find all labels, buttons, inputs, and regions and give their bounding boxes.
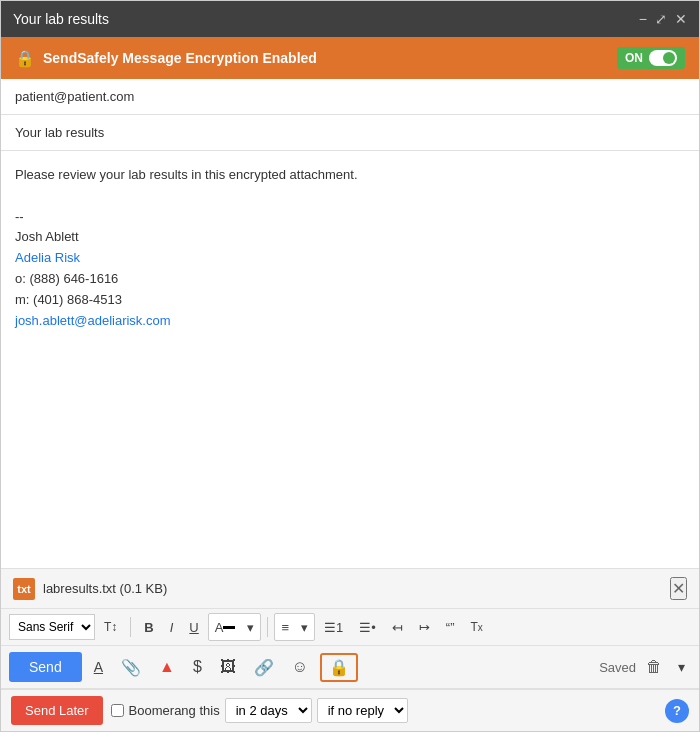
font-family-select[interactable]: Sans Serif [9,614,95,640]
bold-button[interactable]: B [137,614,160,640]
indent-increase-button[interactable]: ↦ [412,614,437,640]
color-indicator [223,626,235,629]
boomerang-section: Boomerang this in 2 days if no reply [111,698,408,723]
email-link[interactable]: josh.ablett@adeliarisk.com [15,313,171,328]
toggle-slider [649,50,677,66]
email-body[interactable]: Please review your lab results in this e… [1,151,699,568]
boomerang-label: Boomerang this [129,703,220,718]
attachment-bar: txt labresults.txt (0.1 KB) ✕ [1,568,699,609]
signature-sep: -- [15,207,685,228]
chevron-down-icon: ▾ [678,659,685,675]
toolbar-divider-1 [130,617,131,637]
sender-office: o: (888) 646-1616 [15,269,685,290]
to-field[interactable]: patient@patient.com [1,79,699,115]
help-button[interactable]: ? [665,699,689,723]
google-drive-button[interactable]: ▲ [153,654,181,680]
secure-lock-icon: 🔒 [329,658,349,677]
saved-label: Saved [599,660,636,675]
subject-field[interactable]: Your lab results [1,115,699,151]
photo-icon: 🖼 [220,658,236,676]
insert-emoji-button[interactable]: ☺ [286,654,314,680]
underline-button[interactable]: U [182,614,205,640]
attachment-type-icon: txt [13,578,35,600]
sendsafely-label: SendSafely Message Encryption Enabled [43,50,317,66]
sender-name: Josh Ablett [15,227,685,248]
align-dropdown[interactable]: ▾ [295,614,314,640]
align-group: ≡ ▾ [274,613,315,641]
ordered-list-button[interactable]: ☰1 [317,614,350,640]
italic-button[interactable]: I [163,614,181,640]
bottom-bar: Send Later Boomerang this in 2 days if n… [1,689,699,731]
sender-mobile: m: (401) 868-4513 [15,290,685,311]
emoji-icon: ☺ [292,658,308,676]
lock-icon: 🔒 [15,49,35,68]
insert-photo-button[interactable]: 🖼 [214,654,242,680]
font-color-icon: A [215,620,224,635]
font-color-group: A ▾ [208,613,262,641]
title-bar: Your lab results − ⤢ ✕ [1,1,699,37]
attachment-info: txt labresults.txt (0.1 KB) [13,578,167,600]
insert-link-button[interactable]: 🔗 [248,654,280,681]
drive-icon: ▲ [159,658,175,676]
to-value: patient@patient.com [15,89,134,104]
action-toolbar: Send A 📎 ▲ $ 🖼 🔗 ☺ 🔒 Saved 🗑 ▾ [1,646,699,689]
unordered-list-button[interactable]: ☰• [352,614,383,640]
toolbar-divider-2 [267,617,268,637]
subject-value: Your lab results [15,125,104,140]
format-text-button[interactable]: A [88,655,109,679]
send-button[interactable]: Send [9,652,82,682]
attach-file-button[interactable]: 📎 [115,654,147,681]
discard-button[interactable]: 🗑 [642,654,666,680]
font-size-button[interactable]: T↕ [97,614,124,640]
window-title: Your lab results [13,11,109,27]
attachment-filename: labresults.txt (0.1 KB) [43,581,167,596]
attachment-close-button[interactable]: ✕ [670,577,687,600]
boomerang-days-select[interactable]: in 2 days [225,698,312,723]
send-later-button[interactable]: Send Later [11,696,103,725]
blockquote-button[interactable]: “” [439,614,462,640]
toggle-label: ON [625,51,643,65]
body-text: Please review your lab results in this e… [15,165,685,186]
boomerang-reply-select[interactable]: if no reply [317,698,408,723]
minimize-button[interactable]: − [639,11,647,27]
attach-icon: 📎 [121,658,141,677]
sender-company: Adelia Risk [15,248,685,269]
boomerang-checkbox[interactable] [111,704,124,717]
format-text-icon: A [94,659,103,675]
insert-money-button[interactable]: $ [187,654,208,680]
more-options-button[interactable]: ▾ [672,655,691,679]
font-color-button[interactable]: A [209,614,242,640]
window-controls: − ⤢ ✕ [639,11,687,27]
indent-decrease-button[interactable]: ↤ [385,614,410,640]
dollar-icon: $ [193,658,202,676]
sender-email: josh.ablett@adeliarisk.com [15,311,685,332]
align-button[interactable]: ≡ [275,614,295,640]
sendsafely-banner: 🔒 SendSafely Message Encryption Enabled … [1,37,699,79]
close-button[interactable]: ✕ [675,11,687,27]
font-color-dropdown[interactable]: ▾ [241,614,260,640]
help-icon: ? [673,703,681,718]
sendsafely-left: 🔒 SendSafely Message Encryption Enabled [15,49,317,68]
link-icon: 🔗 [254,658,274,677]
company-link[interactable]: Adelia Risk [15,250,80,265]
clear-formatting-button[interactable]: Tx [463,614,489,640]
sendsafely-toggle[interactable]: ON [617,47,685,69]
sendsafely-lock-button[interactable]: 🔒 [320,653,358,682]
trash-icon: 🗑 [646,658,662,675]
maximize-button[interactable]: ⤢ [655,11,667,27]
format-toolbar: Sans Serif T↕ B I U A ▾ ≡ ▾ ☰1 ☰• ↤ ↦ “”… [1,609,699,646]
